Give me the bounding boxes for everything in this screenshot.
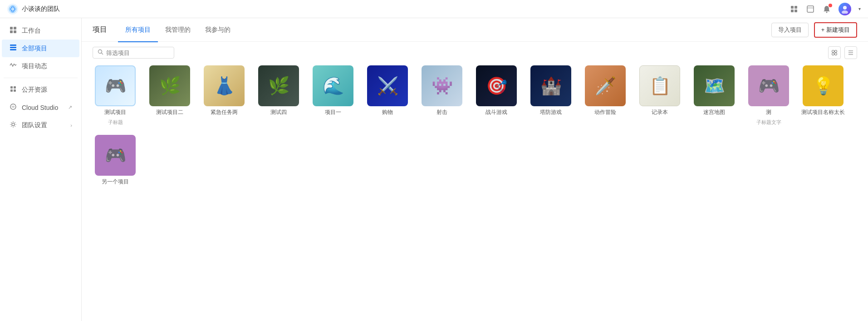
cloud-studio-icon	[9, 103, 17, 112]
svg-rect-18	[10, 49, 16, 50]
page-header-left: 项目 所有项目 所有项目 我管理的 我参与的	[93, 18, 238, 42]
svg-rect-15	[14, 30, 16, 33]
notification-icon[interactable]	[822, 5, 831, 14]
svg-rect-7	[807, 6, 814, 12]
project-card-4[interactable]: 🌊项目一	[310, 65, 356, 126]
svg-rect-5	[791, 10, 794, 12]
activity-label: 项目动态	[22, 62, 47, 70]
public-label: 公开资源	[22, 86, 47, 94]
sidebar-item-public[interactable]: 公开资源	[2, 81, 79, 99]
import-project-button[interactable]: 导入项目	[771, 23, 809, 37]
page-title: 项目	[93, 25, 107, 35]
top-nav-right: ▾	[790, 3, 861, 15]
svg-point-9	[826, 11, 828, 13]
project-thumbnail-10: 📋	[639, 65, 680, 106]
avatar[interactable]	[839, 3, 851, 15]
list-view-button[interactable]	[844, 46, 857, 59]
page-header-right: 导入项目 + 新建项目	[771, 22, 857, 38]
project-card-8[interactable]: 🏰塔防游戏	[528, 65, 574, 126]
public-icon	[9, 85, 17, 94]
project-card-11[interactable]: 🗺️迷宫地图	[691, 65, 737, 126]
svg-point-25	[98, 50, 102, 54]
project-name-0: 测试项目	[93, 109, 138, 116]
avatar-chevron-icon[interactable]: ▾	[858, 6, 861, 11]
project-name-4: 项目一	[310, 109, 356, 116]
project-card-2[interactable]: 👗紧急任务两	[201, 65, 247, 126]
project-card-3[interactable]: 🌿测试四	[256, 65, 301, 126]
svg-rect-8	[807, 8, 814, 8]
toolbar	[82, 42, 868, 64]
project-thumbnail-9: 🗡️	[585, 65, 626, 106]
project-card-1[interactable]: 🌿测试项目二	[147, 65, 192, 126]
svg-rect-13	[14, 27, 16, 30]
sidebar-item-workbench[interactable]: 工作台	[2, 22, 79, 40]
team-settings-arrow-icon: ›	[70, 123, 72, 128]
layout: 工作台 全部项目 项目动态	[0, 18, 868, 321]
svg-rect-12	[10, 27, 13, 30]
tab-participated[interactable]: 我参与的	[198, 19, 238, 42]
grid-icon[interactable]	[790, 5, 799, 14]
top-nav-left: 小谈谈的团队	[7, 4, 60, 15]
view-toggles	[828, 46, 857, 59]
project-thumbnail-12: 🎮	[748, 65, 789, 106]
grid-view-button[interactable]	[828, 46, 841, 59]
project-card-6[interactable]: 👾射击	[419, 65, 465, 126]
svg-line-26	[102, 53, 103, 55]
project-card-14[interactable]: 🎮另一个项目	[93, 135, 138, 186]
svg-rect-4	[794, 6, 797, 9]
project-thumbnail-6: 👾	[422, 65, 462, 106]
team-name: 小谈谈的团队	[22, 5, 60, 13]
project-name-2: 紧急任务两	[201, 109, 247, 116]
project-card-12[interactable]: 🎮测子标题文字	[746, 65, 791, 126]
project-name-1: 测试项目二	[147, 109, 192, 116]
project-card-9[interactable]: 🗡️动作冒险	[583, 65, 628, 126]
window-icon[interactable]	[806, 5, 815, 14]
all-projects-icon	[9, 44, 17, 53]
project-thumbnail-4: 🌊	[313, 65, 353, 106]
project-card-10[interactable]: 📋记录本	[637, 65, 682, 126]
team-settings-icon	[9, 121, 17, 129]
svg-rect-3	[791, 6, 794, 9]
tab-managed[interactable]: 我管理的	[158, 19, 198, 42]
workbench-label: 工作台	[22, 27, 41, 35]
svg-point-24	[12, 123, 15, 126]
svg-point-27	[832, 50, 834, 53]
project-thumbnail-1: 🌿	[149, 65, 190, 106]
tab-all-active[interactable]: 所有项目	[118, 19, 158, 42]
svg-point-28	[835, 50, 837, 53]
project-thumbnail-5: ⚔️	[367, 65, 408, 106]
project-name-11: 迷宫地图	[691, 109, 737, 116]
project-name-10: 记录本	[637, 109, 682, 116]
svg-rect-14	[10, 30, 13, 33]
svg-rect-20	[14, 86, 16, 89]
svg-rect-22	[14, 89, 16, 92]
project-name-12: 测	[746, 109, 791, 116]
svg-rect-17	[10, 47, 16, 48]
project-card-0[interactable]: 🎮测试项目子标题	[93, 65, 138, 126]
sidebar-item-cloud-studio[interactable]: Cloud Studio ↗	[2, 99, 79, 116]
project-name-5: 购物	[365, 109, 410, 116]
svg-point-10	[843, 6, 847, 10]
project-name-13: 测试项目名称太长	[800, 109, 846, 116]
projects-area: 🎮测试项目子标题🌿测试项目二👗紧急任务两🌿测试四🌊项目一⚔️购物👾射击🎯战斗游戏…	[82, 64, 868, 321]
new-project-button[interactable]: + 新建项目	[814, 22, 857, 38]
project-card-13[interactable]: 💡测试项目名称太长	[800, 65, 846, 126]
sidebar-item-team-settings[interactable]: 团队设置 ›	[2, 116, 79, 134]
svg-rect-21	[10, 89, 13, 92]
search-icon	[98, 49, 103, 56]
project-thumbnail-13: 💡	[803, 65, 843, 106]
project-sub-0: 子标题	[93, 119, 138, 126]
project-card-7[interactable]: 🎯战斗游戏	[474, 65, 519, 126]
notification-badge	[829, 4, 832, 7]
main-content: 项目 所有项目 所有项目 我管理的 我参与的 导	[82, 18, 868, 321]
page-header: 项目 所有项目 所有项目 我管理的 我参与的 导	[82, 18, 868, 42]
project-card-5[interactable]: ⚔️购物	[365, 65, 410, 126]
sidebar-item-all-projects[interactable]: 全部项目	[2, 40, 79, 57]
team-logo	[7, 4, 18, 15]
cloud-studio-arrow-icon: ↗	[68, 104, 72, 110]
sidebar-item-activity[interactable]: 项目动态	[2, 57, 79, 75]
search-input[interactable]	[106, 49, 182, 56]
project-thumbnail-7: 🎯	[476, 65, 517, 106]
project-name-8: 塔防游戏	[528, 109, 574, 116]
activity-icon	[9, 62, 17, 70]
